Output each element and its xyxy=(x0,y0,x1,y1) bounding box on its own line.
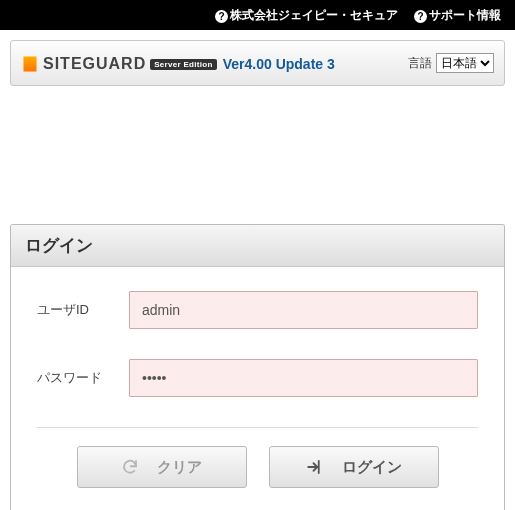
action-bar: クリア ログイン xyxy=(37,427,478,488)
user-row: ユーザID xyxy=(37,291,478,329)
user-id-input[interactable] xyxy=(129,291,478,329)
clear-button[interactable]: クリア xyxy=(77,446,247,488)
login-button[interactable]: ログイン xyxy=(269,446,439,488)
clear-button-label: クリア xyxy=(157,458,202,477)
support-link-label: サポート情報 xyxy=(429,8,501,22)
language-select[interactable]: 日本語 xyxy=(436,53,494,73)
user-id-label: ユーザID xyxy=(37,301,129,319)
password-field-wrap xyxy=(129,359,478,397)
refresh-icon xyxy=(121,458,139,476)
brand-text: SITEGUARD xyxy=(43,55,146,72)
password-row: パスワード xyxy=(37,359,478,397)
language-label: 言語 xyxy=(408,55,432,72)
panel-title: ログイン xyxy=(11,225,504,267)
password-input[interactable] xyxy=(129,359,478,397)
version-text: Ver4.00 Update 3 xyxy=(223,56,335,72)
top-nav-bar: ?株式会社ジェイピー・セキュア ?サポート情報 xyxy=(0,0,515,30)
product-logo: SITEGUARDServer Edition xyxy=(43,55,217,73)
help-icon: ? xyxy=(414,10,427,23)
shield-icon xyxy=(23,56,37,72)
login-arrow-icon xyxy=(306,458,324,476)
login-form: ユーザID パスワード クリア xyxy=(11,267,504,488)
edition-badge: Server Edition xyxy=(150,59,216,70)
header-card: SITEGUARDServer Edition Ver4.00 Update 3… xyxy=(10,40,505,86)
support-link[interactable]: ?サポート情報 xyxy=(414,7,501,24)
language-selector: 言語 日本語 xyxy=(408,53,494,73)
login-panel: ログイン ユーザID パスワード クリア xyxy=(10,224,505,510)
user-id-field-wrap xyxy=(129,291,478,329)
login-button-label: ログイン xyxy=(342,458,402,477)
company-link[interactable]: ?株式会社ジェイピー・セキュア xyxy=(215,7,398,24)
help-icon: ? xyxy=(215,10,228,23)
company-link-label: 株式会社ジェイピー・セキュア xyxy=(230,8,398,22)
password-label: パスワード xyxy=(37,369,129,387)
